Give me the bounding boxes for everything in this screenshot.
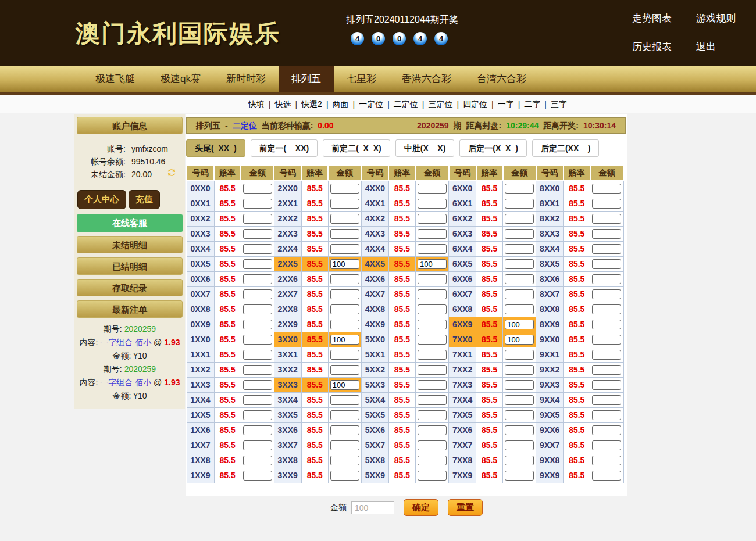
- bet-number-cell[interactable]: 2XX3: [274, 226, 301, 241]
- bet-number-cell[interactable]: 8XX1: [536, 196, 564, 211]
- bet-number-cell[interactable]: 5XX6: [361, 422, 388, 438]
- bet-number-cell[interactable]: 9XX6: [536, 422, 564, 438]
- bet-amount-input[interactable]: [418, 304, 447, 314]
- bet-number-cell[interactable]: 7XX5: [449, 407, 476, 422]
- bet-amount-input[interactable]: [505, 335, 534, 345]
- bet-number-cell[interactable]: 3XX6: [274, 422, 301, 438]
- bet-number-cell[interactable]: 5XX9: [361, 468, 388, 483]
- bet-amount-input[interactable]: [330, 289, 359, 299]
- bet-amount-input[interactable]: [243, 410, 272, 420]
- bet-number-cell[interactable]: 1XX6: [187, 422, 214, 438]
- tab-position[interactable]: 后定一(X_X_): [459, 139, 527, 157]
- nav-item[interactable]: 新时时彩: [213, 66, 279, 92]
- bet-amount-input[interactable]: [505, 259, 534, 269]
- subnav-item[interactable]: 二字: [524, 99, 540, 109]
- bet-amount-input[interactable]: [505, 214, 534, 224]
- bet-number-cell[interactable]: 7XX1: [449, 347, 476, 362]
- bet-amount-input[interactable]: [418, 320, 447, 329]
- tab-position[interactable]: 后定二(XX__): [532, 139, 600, 157]
- profile-button[interactable]: 个人中心: [77, 190, 126, 209]
- subnav-item[interactable]: 四定位: [463, 99, 487, 109]
- subnav-item[interactable]: 快选: [274, 99, 291, 109]
- bet-number-cell[interactable]: 5XX1: [361, 347, 388, 362]
- bet-amount-input[interactable]: [418, 425, 447, 435]
- bet-amount-input[interactable]: [330, 425, 359, 435]
- bet-amount-input[interactable]: [418, 244, 447, 254]
- bet-amount-input[interactable]: [418, 380, 447, 390]
- bet-amount-input[interactable]: [330, 214, 359, 224]
- bet-amount-input[interactable]: [330, 229, 359, 239]
- sidebar-menu-button[interactable]: 已结明细: [77, 257, 183, 275]
- bet-amount-input[interactable]: [243, 244, 272, 254]
- bet-amount-input[interactable]: [243, 456, 272, 465]
- bet-number-cell[interactable]: 7XX6: [449, 422, 476, 438]
- bet-amount-input[interactable]: [505, 199, 534, 209]
- bet-number-cell[interactable]: 5XX2: [361, 362, 388, 377]
- bet-number-cell[interactable]: 7XX9: [449, 468, 476, 483]
- tab-active[interactable]: 头尾(_XX_): [186, 139, 245, 157]
- bet-amount-input[interactable]: [592, 440, 621, 450]
- bet-number-cell[interactable]: 6XX1: [449, 196, 476, 211]
- bet-amount-input[interactable]: [418, 259, 447, 269]
- bet-number-cell[interactable]: 4XX3: [361, 226, 388, 241]
- bet-amount-input[interactable]: [243, 214, 272, 224]
- bet-amount-input[interactable]: [418, 456, 447, 465]
- bet-amount-input[interactable]: [592, 184, 621, 194]
- bet-number-cell[interactable]: 5XX3: [361, 377, 388, 392]
- bet-number-cell[interactable]: 4XX5: [361, 256, 388, 271]
- tab-position[interactable]: 前定二(_X_X): [323, 139, 390, 157]
- bet-number-cell[interactable]: 7XX4: [449, 392, 476, 407]
- bet-number-cell[interactable]: 3XX8: [274, 453, 301, 468]
- sidebar-menu-button[interactable]: 未结明细: [77, 236, 183, 253]
- deposit-button[interactable]: 充值: [129, 190, 160, 209]
- bet-number-cell[interactable]: 6XX0: [449, 181, 476, 196]
- bet-amount-input[interactable]: [418, 184, 447, 194]
- bet-number-cell[interactable]: 8XX2: [536, 211, 564, 226]
- bet-amount-input[interactable]: [330, 244, 359, 254]
- bet-amount-input[interactable]: [592, 395, 621, 405]
- bet-amount-input[interactable]: [330, 440, 359, 450]
- bet-number-cell[interactable]: 1XX0: [187, 332, 214, 347]
- bet-amount-input[interactable]: [592, 304, 621, 314]
- bet-amount-input[interactable]: [243, 320, 272, 329]
- bet-number-cell[interactable]: 9XX7: [536, 438, 564, 453]
- bet-number-cell[interactable]: 3XX5: [274, 407, 301, 422]
- bet-amount-input[interactable]: [505, 380, 534, 390]
- bet-amount-input[interactable]: [592, 425, 621, 435]
- bet-amount-input[interactable]: [505, 304, 534, 314]
- bet-amount-input[interactable]: [330, 304, 359, 314]
- bet-amount-input[interactable]: [330, 380, 359, 390]
- bet-number-cell[interactable]: 4XX7: [361, 286, 388, 302]
- bet-amount-input[interactable]: [592, 410, 621, 420]
- bet-number-cell[interactable]: 4XX6: [361, 271, 388, 286]
- subnav-item[interactable]: 三字: [551, 99, 567, 109]
- nav-item[interactable]: 排列五: [279, 66, 334, 92]
- bet-number-cell[interactable]: 8XX7: [536, 286, 564, 302]
- bet-amount-input[interactable]: [592, 199, 621, 209]
- bet-number-cell[interactable]: 8XX3: [536, 226, 564, 241]
- bet-number-cell[interactable]: 0XX0: [187, 181, 214, 196]
- bet-number-cell[interactable]: 1XX8: [187, 453, 214, 468]
- bet-amount-input[interactable]: [592, 380, 621, 390]
- bet-number-cell[interactable]: 2XX5: [274, 256, 301, 271]
- bet-number-cell[interactable]: 1XX4: [187, 392, 214, 407]
- bet-amount-input[interactable]: [592, 365, 621, 375]
- nav-item[interactable]: 极速qk赛: [148, 66, 213, 92]
- bet-number-cell[interactable]: 9XX8: [536, 453, 564, 468]
- bet-amount-input[interactable]: [243, 335, 272, 345]
- bet-amount-input[interactable]: [592, 350, 621, 360]
- subnav-item[interactable]: 一定位: [359, 99, 383, 109]
- bet-number-cell[interactable]: 2XX2: [274, 211, 301, 226]
- bet-number-cell[interactable]: 1XX2: [187, 362, 214, 377]
- bet-amount-input[interactable]: [505, 289, 534, 299]
- bet-amount-input[interactable]: [418, 289, 447, 299]
- bet-number-cell[interactable]: 0XX7: [187, 286, 214, 302]
- bet-amount-input[interactable]: [330, 410, 359, 420]
- bet-amount-input[interactable]: [418, 274, 447, 284]
- bet-number-cell[interactable]: 8XX9: [536, 317, 564, 332]
- bet-amount-input[interactable]: [505, 274, 534, 284]
- bet-number-cell[interactable]: 6XX4: [449, 241, 476, 256]
- bet-number-cell[interactable]: 2XX7: [274, 286, 301, 302]
- bet-number-cell[interactable]: 1XX3: [187, 377, 214, 392]
- bet-amount-input[interactable]: [592, 274, 621, 284]
